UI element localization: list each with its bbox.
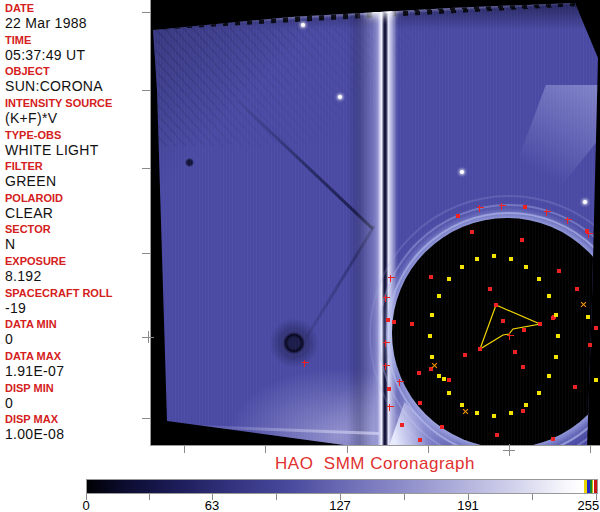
bright-spot bbox=[369, 4, 381, 13]
bright-bottom-edge bbox=[169, 424, 379, 435]
smm-coronagraph-viewer: DATE22 Mar 1988TIME05:37:49 UTOBJECTSUN:… bbox=[0, 0, 600, 512]
field-label: OBJECT bbox=[5, 65, 150, 78]
metadata-field: EXPOSURE8.192 bbox=[0, 255, 150, 287]
diffraction-ring bbox=[369, 195, 600, 446]
metadata-field: DISP MIN0 bbox=[0, 382, 150, 414]
field-label: EXPOSURE bbox=[5, 255, 150, 268]
metadata-field: SECTORN bbox=[0, 223, 150, 255]
field-label: DISP MAX bbox=[5, 413, 150, 426]
metadata-sidebar: DATE22 Mar 1988TIME05:37:49 UTOBJECTSUN:… bbox=[0, 0, 150, 455]
metadata-field: POLAROIDCLEAR bbox=[0, 192, 150, 224]
axis-tick bbox=[142, 418, 150, 419]
field-label: SPACECRAFT ROLL bbox=[5, 287, 150, 300]
metadata-field: INTENSITY SOURCE(K+F)*V bbox=[0, 97, 150, 129]
field-value: 1.00E-08 bbox=[5, 426, 150, 443]
metadata-field: DATA MIN0 bbox=[0, 318, 150, 350]
colorbar-tick-label: 0 bbox=[82, 498, 89, 512]
metadata-field: DISP MAX1.00E-08 bbox=[0, 413, 150, 445]
field-label: POLAROID bbox=[5, 192, 150, 205]
field-value: 05:37:49 UT bbox=[5, 47, 150, 64]
image-caption: HAO SMM Coronagraph bbox=[150, 454, 600, 474]
field-value: 0 bbox=[5, 331, 150, 348]
intensity-colorbar bbox=[86, 479, 598, 494]
diffraction-ring bbox=[378, 204, 600, 446]
field-label: TIME bbox=[5, 34, 150, 47]
colorbar-tick bbox=[276, 494, 277, 500]
field-label: DISP MIN bbox=[5, 382, 150, 395]
colorbar-tick bbox=[404, 494, 405, 500]
field-label: TYPE-OBS bbox=[5, 129, 150, 142]
diffraction-ring bbox=[386, 212, 600, 446]
axis-tick bbox=[265, 446, 266, 453]
axis-tick bbox=[590, 446, 591, 453]
field-label: SECTOR bbox=[5, 223, 150, 236]
metadata-field: OBJECTSUN:CORONA bbox=[0, 65, 150, 97]
bright-fan bbox=[389, 402, 451, 446]
colorbar-tick-label: 127 bbox=[329, 498, 351, 512]
axis-tick bbox=[142, 90, 150, 91]
metadata-field: TIME05:37:49 UT bbox=[0, 34, 150, 66]
colorbar-stripe bbox=[594, 480, 597, 493]
field-value: CLEAR bbox=[5, 205, 150, 222]
field-value: 8.192 bbox=[5, 268, 150, 285]
field-value: SUN:CORONA bbox=[5, 78, 150, 95]
occulter-pylon bbox=[373, 3, 397, 446]
film-texture bbox=[156, 28, 446, 146]
field-value: (K+F)*V bbox=[5, 110, 150, 127]
colorbar-tick bbox=[532, 494, 533, 500]
field-label: DATA MAX bbox=[5, 350, 150, 363]
metadata-field: SPACECRAFT ROLL-19 bbox=[0, 287, 150, 319]
field-value: 1.91E-07 bbox=[5, 363, 150, 380]
field-value: 22 Mar 1988 bbox=[5, 15, 150, 32]
dark-band bbox=[347, 15, 373, 446]
metadata-field: DATE22 Mar 1988 bbox=[0, 2, 150, 34]
field-value: 0 bbox=[5, 395, 150, 412]
dark-streak bbox=[234, 97, 374, 230]
field-label: FILTER bbox=[5, 160, 150, 173]
field-value: N bbox=[5, 236, 150, 253]
field-value: -19 bbox=[5, 300, 150, 317]
metadata-field: FILTERGREEN bbox=[0, 160, 150, 192]
dark-streak bbox=[291, 225, 375, 361]
axis-tick bbox=[142, 12, 150, 13]
occulting-disk bbox=[392, 218, 600, 446]
colorbar-tick bbox=[149, 494, 150, 500]
bright-spot bbox=[383, 6, 393, 13]
metadata-field: DATA MAX1.91E-07 bbox=[0, 350, 150, 382]
sun-center-marker bbox=[142, 331, 154, 343]
field-label: INTENSITY SOURCE bbox=[5, 97, 150, 110]
axis-tick bbox=[142, 168, 150, 169]
coronagraph-image-frame bbox=[150, 0, 600, 446]
film-top-edge bbox=[151, 0, 600, 30]
colorbar-tick-label: 191 bbox=[457, 498, 479, 512]
colorbar-tick-label: 63 bbox=[205, 498, 219, 512]
pylon-glow bbox=[355, 4, 399, 446]
axis-tick bbox=[184, 446, 185, 453]
field-value: WHITE LIGHT bbox=[5, 142, 150, 159]
colorbar-stripe bbox=[592, 480, 593, 493]
axis-tick bbox=[428, 446, 429, 453]
field-label: DATE bbox=[5, 2, 150, 15]
axis-tick bbox=[347, 446, 348, 453]
axis-tick bbox=[142, 253, 150, 254]
dust-blob bbox=[281, 330, 307, 356]
dust-halo bbox=[269, 318, 319, 368]
coronagraph-photo bbox=[151, 0, 600, 446]
dark-speck bbox=[185, 158, 194, 167]
scattered-light-fan bbox=[481, 85, 599, 220]
metadata-field: TYPE-OBSWHITE LIGHT bbox=[0, 129, 150, 161]
colorbar-tick-label: 255 bbox=[578, 498, 600, 512]
field-value: GREEN bbox=[5, 173, 150, 190]
field-label: DATA MIN bbox=[5, 318, 150, 331]
